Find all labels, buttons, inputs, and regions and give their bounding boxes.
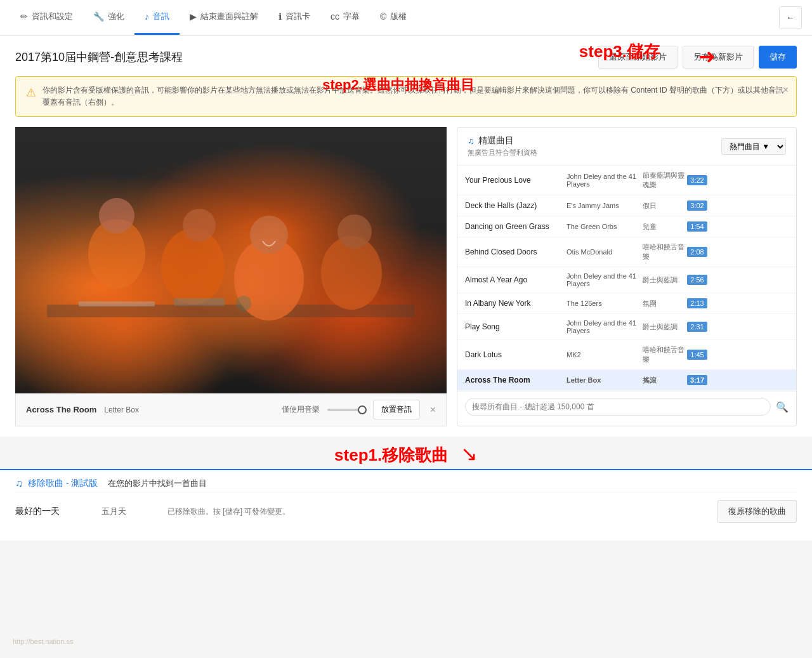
audio-remove-icon[interactable]: × bbox=[430, 404, 436, 416]
video-icon: ▶ bbox=[190, 11, 197, 22]
track-genre-7: 嘻哈和饒舌音樂 bbox=[643, 345, 687, 364]
music-panel-header: ♫ 精選曲目 無廣告且符合營利資格 熱門曲目 ▼ bbox=[457, 128, 796, 166]
track-genre-1: 假日 bbox=[643, 201, 687, 211]
warning-close-button[interactable]: × bbox=[783, 84, 789, 96]
nav-item-enhance[interactable]: 🔧 強化 bbox=[83, 0, 134, 35]
svg-point-6 bbox=[250, 216, 288, 254]
track-row[interactable]: Dark Lotus MK2 嘻哈和饒舌音樂 1:45 bbox=[457, 340, 796, 370]
warning-text: 你的影片含有受版權保護的音訊，可能影響你的影片在某些地方無法播放或無法在影片中放… bbox=[43, 84, 786, 109]
remove-section: ♫ 移除歌曲 - 測試版 在您的影片中找到一首曲目 最好的一天 五月天 已移除歌… bbox=[0, 469, 812, 541]
audio-slider[interactable] bbox=[327, 409, 365, 411]
track-name-4: Almost A Year Ago bbox=[465, 275, 566, 284]
video-title: 2017第10屆中鋼營-創意思考課程 bbox=[15, 49, 598, 65]
svg-point-2 bbox=[99, 198, 134, 234]
video-thumbnail bbox=[15, 127, 447, 393]
music-search-bar: 🔍 bbox=[457, 391, 796, 422]
track-row[interactable]: Your Precious Love John Deley and the 41… bbox=[457, 166, 796, 195]
track-name-0: Your Precious Love bbox=[465, 176, 566, 185]
place-audio-button[interactable]: 放置音訊 bbox=[373, 400, 420, 419]
track-artist-8: Letter Box bbox=[566, 376, 643, 384]
track-name-3: Behind Closed Doors bbox=[465, 247, 566, 256]
svg-point-11 bbox=[236, 296, 251, 311]
title-bar: 2017第10屆中鋼營-創意思考課程 還原至原始影片 另存為新影片 儲存 bbox=[15, 46, 797, 69]
track-name-1: Deck the Halls (Jazz) bbox=[465, 201, 566, 210]
music-panel-title: ♫ 精選曲目 無廣告且符合營利資格 bbox=[468, 135, 537, 157]
sort-select[interactable]: 熱門曲目 ▼ bbox=[721, 138, 786, 155]
track-row[interactable]: Play Song John Deley and the 41 Players … bbox=[457, 314, 796, 340]
watermark: http://best.nation.ss bbox=[13, 638, 73, 645]
warning-banner: step2.選曲中抽換首曲目 ⚠ 你的影片含有受版權保護的音訊，可能影響你的影片… bbox=[15, 76, 797, 117]
remove-title-text: 移除歌曲 - 測試版 bbox=[28, 478, 98, 489]
track-artist-3: Otis McDonald bbox=[566, 248, 643, 256]
track-duration-4: 2:56 bbox=[687, 275, 707, 285]
track-duration-2: 1:54 bbox=[687, 221, 707, 232]
restore-button[interactable]: 復原移除的歌曲 bbox=[717, 500, 797, 523]
track-artist-0: John Deley and the 41 Players bbox=[566, 173, 643, 188]
track-genre-6: 爵士與藍調 bbox=[643, 322, 687, 332]
title-actions: 還原至原始影片 另存為新影片 儲存 bbox=[598, 46, 797, 69]
track-genre-3: 嘻哈和饒舌音樂 bbox=[643, 242, 687, 261]
nav-item-endscreen[interactable]: ▶ 結束畫面與註解 bbox=[180, 0, 268, 35]
track-row[interactable]: Almost A Year Ago John Deley and the 41 … bbox=[457, 267, 796, 293]
track-duration-7: 1:45 bbox=[687, 350, 707, 360]
svg-point-4 bbox=[183, 209, 216, 242]
removed-status-text: 已移除歌曲。按 [儲存] 可發佈變更。 bbox=[167, 506, 717, 517]
svg-rect-10 bbox=[174, 298, 225, 306]
step1-arrow: ↘ bbox=[461, 442, 478, 465]
revert-button[interactable]: 還原至原始影片 bbox=[598, 46, 678, 69]
audio-artist-name: Letter Box bbox=[104, 405, 139, 414]
back-button[interactable]: ← bbox=[779, 6, 802, 29]
track-duration-0: 3:22 bbox=[687, 175, 707, 185]
removed-song-artist: 五月天 bbox=[102, 506, 152, 517]
music-panel-title-main: ♫ 精選曲目 bbox=[468, 135, 537, 147]
audio-bar: Across The Room Letter Box 僅使用音樂 放置音訊 × bbox=[15, 393, 447, 426]
track-list: Your Precious Love John Deley and the 41… bbox=[457, 166, 796, 391]
edit-icon: ✏ bbox=[20, 11, 28, 22]
track-row[interactable]: Dancing on Green Grass The Green Orbs 兒童… bbox=[457, 216, 796, 237]
nav-label-info: 資訊和設定 bbox=[32, 11, 73, 22]
track-row[interactable]: Deck the Halls (Jazz) E's Jammy Jams 假日 … bbox=[457, 195, 796, 216]
nav-item-copyright[interactable]: © 版權 bbox=[370, 0, 417, 35]
step1-annotation-area: step1.移除歌曲 ↘ bbox=[0, 437, 812, 469]
save-as-button[interactable]: 另存為新影片 bbox=[683, 46, 754, 69]
cc-icon: cc bbox=[331, 11, 339, 22]
track-artist-7: MK2 bbox=[566, 351, 643, 359]
music-panel: ♫ 精選曲目 無廣告且符合營利資格 熱門曲目 ▼ Your Precious L… bbox=[457, 127, 797, 426]
track-name-8: Across The Room bbox=[465, 376, 566, 385]
music-note-remove-icon: ♫ bbox=[15, 478, 23, 489]
track-genre-2: 兒童 bbox=[643, 222, 687, 232]
track-genre-0: 節奏藍調與靈魂樂 bbox=[643, 171, 687, 190]
nav-label-copyright: 版權 bbox=[390, 11, 407, 22]
track-row[interactable]: In Albany New York The 126ers 氛圍 2:13 bbox=[457, 293, 796, 314]
panel-subtitle-text: 無廣告且符合營利資格 bbox=[468, 148, 537, 157]
nav-item-cards[interactable]: ℹ 資訊卡 bbox=[268, 0, 320, 35]
track-artist-1: E's Jammy Jams bbox=[566, 202, 643, 209]
nav-label-subtitles: 字幕 bbox=[343, 11, 360, 22]
save-button[interactable]: 儲存 bbox=[759, 46, 797, 69]
track-genre-4: 爵士與藍調 bbox=[643, 275, 687, 285]
track-name-2: Dancing on Green Grass bbox=[465, 222, 566, 231]
remove-header: ♫ 移除歌曲 - 測試版 在您的影片中找到一首曲目 bbox=[15, 470, 797, 492]
slider-thumb bbox=[358, 405, 367, 414]
video-container[interactable] bbox=[15, 127, 447, 393]
audio-only-label: 僅使用音樂 bbox=[282, 404, 320, 415]
track-artist-6: John Deley and the 41 Players bbox=[566, 319, 643, 334]
track-artist-4: John Deley and the 41 Players bbox=[566, 272, 643, 287]
step1-annotation: step1.移除歌曲 bbox=[334, 445, 448, 464]
wrench-icon: 🔧 bbox=[93, 11, 104, 22]
track-row[interactable]: Behind Closed Doors Otis McDonald 嘻哈和饒舌音… bbox=[457, 237, 796, 267]
video-panel: Across The Room Letter Box 僅使用音樂 放置音訊 × bbox=[15, 127, 447, 426]
slider-track bbox=[327, 409, 365, 411]
music-note-panel-icon: ♫ bbox=[468, 136, 475, 146]
track-duration-5: 2:13 bbox=[687, 298, 707, 308]
video-scene-svg bbox=[15, 127, 447, 393]
nav-item-audio[interactable]: ♪ 音訊 bbox=[134, 0, 180, 35]
track-duration-6: 2:31 bbox=[687, 322, 707, 332]
nav-item-subtitles[interactable]: cc 字幕 bbox=[320, 0, 370, 35]
warning-triangle-icon: ⚠ bbox=[26, 86, 36, 100]
track-duration-3: 2:08 bbox=[687, 247, 707, 257]
music-search-input[interactable] bbox=[465, 398, 771, 416]
track-row[interactable]: Across The Room Letter Box 搖滾 3:17 bbox=[457, 370, 796, 391]
nav-item-info[interactable]: ✏ 資訊和設定 bbox=[10, 0, 83, 35]
track-duration-1: 3:02 bbox=[687, 201, 707, 211]
